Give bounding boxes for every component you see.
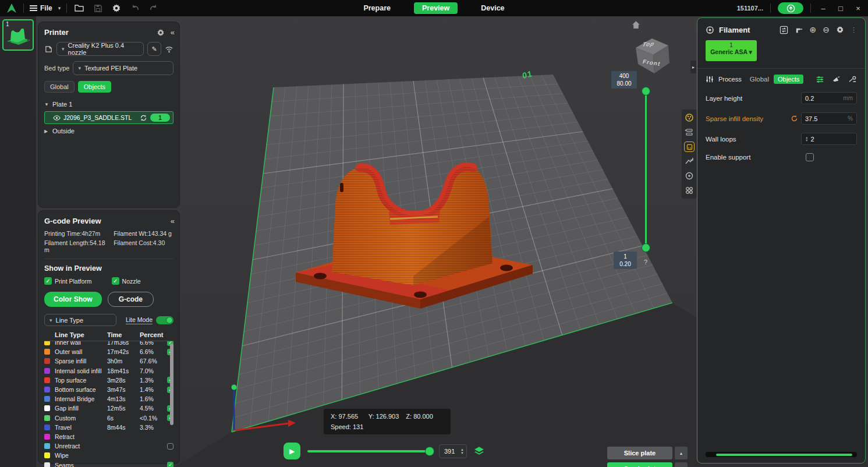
file-menu-caret-icon[interactable]: ▾: [58, 5, 61, 11]
slice-options-button[interactable]: ▴: [675, 447, 688, 459]
move-slider-handle[interactable]: [426, 447, 434, 455]
tree-closed-icon[interactable]: ▶: [44, 129, 49, 134]
printed-model[interactable]: [291, 141, 541, 316]
collapse-gcode-panel-button[interactable]: «: [171, 217, 173, 225]
object-sync-icon[interactable]: [140, 114, 147, 122]
calibration-icon[interactable]: [684, 171, 695, 181]
session-id[interactable]: 151107...: [737, 5, 763, 12]
param-input[interactable]: ▲▼2: [801, 133, 857, 145]
line-type-row: Gap infill12m5s4.5%✓: [44, 404, 173, 413]
object-row-saddle[interactable]: J2096_P3_SADDLE.STL 1: [44, 111, 173, 124]
edit-printer-button[interactable]: ✎: [147, 42, 161, 56]
parameter-filter-icon[interactable]: [816, 75, 824, 84]
wifi-icon[interactable]: [165, 45, 173, 54]
line-color-swatch: [44, 368, 50, 374]
object-list-icon[interactable]: [684, 127, 695, 137]
redo-button[interactable]: [147, 2, 160, 14]
tab-preview[interactable]: Preview: [414, 2, 458, 14]
send-print-button[interactable]: Send print: [607, 462, 672, 467]
color-show-button[interactable]: Color Show: [44, 292, 102, 307]
tab-global[interactable]: Global: [44, 81, 75, 93]
palette-icon[interactable]: [684, 112, 695, 123]
save-button[interactable]: [91, 2, 104, 14]
filament-purge-icon[interactable]: [795, 26, 803, 34]
panel-collapse-handle[interactable]: ▸: [690, 61, 696, 73]
object-count-badge[interactable]: 1: [150, 114, 170, 122]
line-visibility-checkbox[interactable]: [167, 443, 173, 450]
gcode-panel-title: G-code Preview: [44, 217, 101, 225]
layer-slider-track[interactable]: [645, 91, 647, 247]
slice-plate-button[interactable]: Slice plate: [607, 447, 672, 459]
param-value[interactable]: 0.2: [805, 95, 841, 102]
revert-value-icon[interactable]: [791, 115, 798, 122]
printer-select[interactable]: ▾ Creality K2 Plus 0.4 nozzle: [56, 42, 144, 56]
more-options-icon[interactable]: ⋮: [851, 26, 857, 34]
nozzle-checkbox[interactable]: ✓ Nozzle: [112, 277, 141, 285]
line-table-scrollbar[interactable]: [170, 344, 173, 425]
move-stepper[interactable]: ▲▼: [460, 448, 464, 455]
home-view-icon[interactable]: [631, 20, 641, 30]
param-input[interactable]: 0.2mm: [801, 92, 857, 104]
apps-icon[interactable]: [684, 185, 695, 196]
panel-horizontal-scrollbar[interactable]: [706, 452, 857, 457]
filament-settings-icon[interactable]: [836, 26, 844, 34]
tab-objects[interactable]: Objects: [78, 81, 111, 93]
process-tab-objects[interactable]: Objects: [774, 75, 803, 84]
printing-time-value: 4h27m: [82, 230, 100, 237]
line-type-percent: 3.3%: [140, 424, 164, 431]
advanced-tune-icon[interactable]: [848, 75, 857, 84]
visibility-eye-icon[interactable]: [53, 114, 61, 122]
layer-slider-top-handle[interactable]: [642, 87, 650, 95]
tree-open-icon[interactable]: ▼: [44, 102, 49, 107]
printer-settings-icon[interactable]: [157, 29, 165, 37]
cloud-upload-button[interactable]: [778, 2, 803, 14]
enable-support-checkbox[interactable]: [806, 153, 814, 161]
layers-icon[interactable]: [474, 446, 484, 457]
line-color-swatch: [44, 443, 50, 449]
help-icon[interactable]: ?: [644, 259, 647, 266]
move-slider[interactable]: [307, 450, 432, 452]
line-type-name: Inner wall: [55, 341, 107, 346]
tree-outside[interactable]: ▶ Outside: [44, 125, 173, 137]
file-menu[interactable]: File: [30, 4, 52, 12]
move-value[interactable]: 391: [444, 448, 457, 455]
line-type-time: 12m5s: [107, 405, 140, 412]
filament-remap-icon[interactable]: [780, 26, 788, 34]
print-platform-checkbox[interactable]: ✓ Print Platform: [44, 277, 92, 285]
filament-1-chip[interactable]: 1 Generic ASA ▾: [706, 40, 757, 61]
line-type-select[interactable]: ▾ Line Type: [44, 314, 116, 326]
lite-mode-toggle[interactable]: [156, 316, 173, 324]
auto-orient-icon[interactable]: [684, 156, 695, 167]
param-input[interactable]: 37.5%: [801, 112, 857, 125]
process-tab-global[interactable]: Global: [750, 76, 769, 83]
remove-filament-button[interactable]: ⊖: [823, 25, 830, 34]
line-visibility-checkbox[interactable]: ✓: [167, 462, 173, 467]
tree-plate-1[interactable]: ▼ Plate 1: [44, 98, 173, 110]
open-file-button[interactable]: [73, 2, 86, 14]
bed-type-select[interactable]: ▾ Textured PEI Plate: [73, 61, 173, 75]
undo-button[interactable]: [129, 2, 141, 14]
plate-settings-icon[interactable]: [684, 141, 695, 152]
play-button[interactable]: ▶: [284, 443, 300, 459]
minimize-button[interactable]: –: [818, 4, 828, 13]
layer-slider-bottom-handle[interactable]: [642, 244, 650, 252]
collapse-panel-button[interactable]: «: [171, 28, 173, 37]
settings-button[interactable]: [110, 2, 123, 14]
line-type-name: Seams: [55, 462, 107, 467]
gcode-view-button[interactable]: G-code: [108, 292, 154, 307]
param-value[interactable]: 37.5: [805, 115, 845, 122]
param-stepper[interactable]: ▲▼: [805, 136, 808, 142]
maximize-button[interactable]: □: [835, 4, 846, 13]
move-number-input[interactable]: 391 ▲▼: [439, 444, 467, 458]
tab-device[interactable]: Device: [473, 2, 512, 14]
speed-value: 131: [353, 423, 363, 430]
param-value[interactable]: 2: [810, 136, 853, 143]
tab-prepare[interactable]: Prepare: [355, 2, 399, 14]
plate-thumbnail[interactable]: 1: [2, 19, 34, 51]
add-filament-button[interactable]: ⊕: [810, 25, 817, 34]
line-type-name: Gap infill: [55, 405, 107, 412]
announce-icon[interactable]: [832, 75, 841, 84]
plate-1-label: Plate 1: [52, 101, 72, 108]
close-button[interactable]: ×: [853, 4, 863, 13]
send-options-button[interactable]: ▴: [675, 462, 688, 467]
